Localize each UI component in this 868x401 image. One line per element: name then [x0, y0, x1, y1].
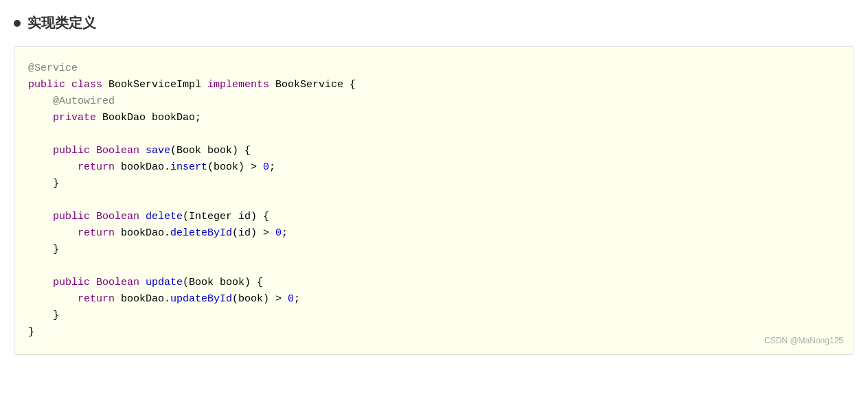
heading-section: 实现类定义 [14, 14, 868, 32]
keyword-public: public [28, 79, 65, 91]
code-line-4: private BookDao bookDao; [28, 110, 840, 126]
code-line-10: public Boolean delete(Integer id) { [28, 209, 840, 225]
close-brace-1: } [53, 178, 59, 190]
keyword-public-4: public [53, 277, 90, 288]
keyword-return-1: return [78, 161, 115, 173]
annotation-service: @Service [28, 62, 78, 74]
annotation-autowired: @Autowired [53, 95, 115, 107]
keyword-private: private [53, 112, 96, 124]
keyword-public-3: public [53, 211, 90, 222]
close-brace-outer: } [28, 326, 34, 338]
code-line-13 [28, 258, 840, 275]
code-line-16: } [28, 308, 840, 324]
method-updatebyid: updateById [170, 293, 232, 305]
heading-text: 实现类定义 [27, 14, 96, 32]
method-insert: insert [170, 161, 207, 173]
code-line-8: } [28, 176, 840, 192]
close-brace-2: } [53, 244, 59, 255]
code-line-15: return bookDao.updateById(book) > 0; [28, 291, 840, 308]
type-boolean-2: Boolean [96, 211, 139, 222]
keyword-public-2: public [53, 145, 90, 157]
keyword-return-2: return [78, 227, 115, 239]
code-line-2: public class BookServiceImpl implements … [28, 77, 840, 93]
method-save: save [146, 145, 170, 157]
code-line-7: return bookDao.insert(book) > 0; [28, 159, 840, 176]
watermark: CSDN @MaNong125 [764, 334, 843, 347]
method-update: update [146, 277, 183, 288]
keyword-class: class [71, 79, 102, 91]
code-line-5 [28, 126, 840, 143]
code-line-6: public Boolean save(Book book) { [28, 143, 840, 159]
code-line-9 [28, 192, 840, 209]
method-delete: delete [146, 211, 183, 222]
bullet-point [14, 20, 21, 27]
method-deletebyid: deleteById [170, 227, 232, 239]
code-line-11: return bookDao.deleteById(id) > 0; [28, 225, 840, 242]
number-0-1: 0 [263, 161, 269, 173]
close-brace-3: } [53, 310, 59, 321]
type-boolean-1: Boolean [96, 145, 139, 157]
code-line-3: @Autowired [28, 93, 840, 110]
keyword-return-3: return [78, 293, 115, 305]
code-line-12: } [28, 242, 840, 258]
code-line-14: public Boolean update(Book book) { [28, 275, 840, 291]
number-0-2: 0 [275, 227, 282, 239]
code-block: @Service public class BookServiceImpl im… [14, 46, 854, 355]
code-line-17: } [28, 324, 840, 341]
number-0-3: 0 [288, 293, 294, 305]
type-boolean-3: Boolean [96, 277, 139, 288]
keyword-implements: implements [207, 79, 269, 91]
code-line-1: @Service [28, 60, 840, 77]
